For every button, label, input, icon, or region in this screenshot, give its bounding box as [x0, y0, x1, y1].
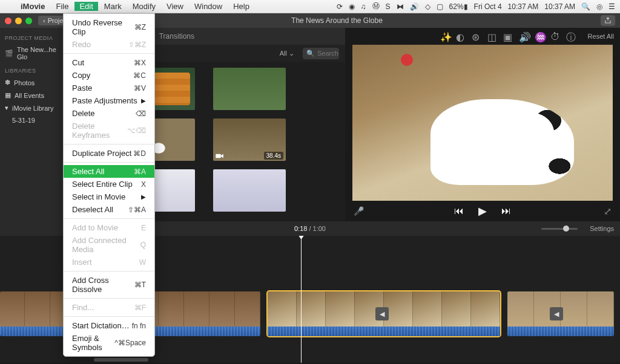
menu-file[interactable]: File — [51, 2, 73, 11]
menu-item-label: Add Cross Dissolve — [72, 276, 134, 294]
playhead[interactable] — [301, 236, 302, 363]
speed-icon[interactable]: ⏱ — [550, 31, 560, 41]
menu-edit[interactable]: Edit — [74, 2, 97, 11]
close-window-button[interactable] — [5, 18, 12, 24]
menu-item-label: Duplicate Project — [72, 149, 131, 158]
menu-item-find-: Find...⌘F — [64, 301, 154, 314]
next-button[interactable]: ⏭ — [501, 206, 511, 216]
status-icon[interactable]: ⟳ — [337, 2, 343, 11]
sidebar-item-event-date[interactable]: 5-31-19 — [0, 114, 63, 126]
spotlight-icon[interactable]: 🔍 — [581, 2, 590, 11]
share-icon — [604, 17, 612, 24]
wifi-icon[interactable]: ◇ — [425, 2, 430, 11]
volume-icon[interactable]: 🔊 — [519, 31, 529, 41]
search-input[interactable]: 🔍 Search — [303, 48, 339, 59]
chevron-down-icon: ⌄ — [289, 50, 294, 57]
color-wheel-icon[interactable]: ⊛ — [472, 31, 481, 41]
transition-icon[interactable]: ◀ — [375, 307, 389, 320]
timeline-clip[interactable]: ◀ — [507, 291, 614, 336]
status-icon[interactable]: ♫ — [361, 2, 366, 11]
menu-item-select-in-movie[interactable]: Select in Movie▶ — [64, 190, 154, 203]
menu-help[interactable]: Help — [228, 2, 254, 11]
menu-shortcut: ⌘C — [133, 71, 146, 80]
prev-button[interactable]: ⏮ — [454, 206, 464, 216]
zoom-slider[interactable] — [541, 228, 578, 230]
status-icon[interactable]: ◉ — [349, 2, 355, 11]
play-button[interactable]: ▶ — [478, 204, 487, 218]
date[interactable]: Fri Oct 4 — [474, 2, 502, 11]
battery-status[interactable]: 62% ▮ — [449, 2, 468, 11]
menu-item-copy[interactable]: Copy⌘C — [64, 69, 154, 82]
menu-item-select-all[interactable]: Select All⌘A — [64, 165, 154, 178]
menu-item-cut[interactable]: Cut⌘X — [64, 56, 154, 69]
menu-shortcut: W — [139, 258, 146, 267]
share-button[interactable] — [601, 15, 615, 26]
menu-item-emoji-symbols[interactable]: Emoji & Symbols^⌘Space — [64, 332, 154, 354]
menu-item-delete[interactable]: Delete⌫ — [64, 107, 154, 120]
menu-item-select-entire-clip[interactable]: Select Entire ClipX — [64, 178, 154, 190]
time-alt[interactable]: 10:37 AM — [544, 2, 575, 11]
menu-item-label: Add Connected Media — [72, 236, 140, 254]
content-filter-dropdown[interactable]: All ⌄ — [276, 48, 298, 59]
color-balance-icon[interactable]: ◐ — [456, 31, 466, 41]
sidebar-item-label: The New...he Glo — [17, 46, 58, 60]
menu-item-start-dictation-[interactable]: Start Dictation…fn fn — [64, 319, 154, 332]
airplay-icon[interactable]: ▢ — [437, 2, 443, 11]
stabilize-icon[interactable]: ▣ — [503, 31, 513, 41]
status-icon[interactable]: Ⓜ — [372, 1, 380, 11]
sidebar-item-imovie-library[interactable]: ▾ iMovie Library — [0, 102, 63, 114]
minimize-window-button[interactable] — [15, 18, 22, 24]
transition-icon[interactable]: ◀ — [550, 307, 563, 320]
tab-transitions[interactable]: Transitions — [156, 30, 198, 43]
menu-item-paste[interactable]: Paste⌘V — [64, 82, 154, 94]
edit-menu-dropdown: Undo Reverse Clip⌘ZRedo⇧⌘ZCut⌘XCopy⌘CPas… — [63, 13, 155, 357]
sidebar-item-all-events[interactable]: ▦ All Events — [0, 89, 63, 102]
menu-shortcut: ⌘A — [134, 167, 146, 176]
media-thumbnail[interactable]: 38.4s — [213, 119, 286, 161]
preview-viewport[interactable] — [352, 45, 613, 201]
filter-all-label: All — [280, 50, 287, 57]
menu-mark[interactable]: Mark — [99, 2, 127, 11]
sidebar-item-photos[interactable]: ✽ Photos — [0, 76, 63, 89]
app-name[interactable]: iMovie — [16, 2, 50, 11]
menu-item-duplicate-project[interactable]: Duplicate Project⌘D — [64, 147, 154, 160]
sidebar-item-label: iMovie Library — [12, 105, 53, 112]
timeline-settings-button[interactable]: Settings — [590, 225, 614, 232]
menu-item-paste-adjustments[interactable]: Paste Adjustments▶ — [64, 94, 154, 107]
menu-shortcut: X — [141, 180, 146, 189]
menu-item-add-cross-dissolve[interactable]: Add Cross Dissolve⌘T — [64, 274, 154, 296]
crop-icon[interactable]: ◫ — [487, 31, 497, 41]
fullscreen-window-button[interactable] — [25, 18, 32, 24]
clip-duration: 38.4s — [264, 152, 283, 160]
media-thumbnail[interactable] — [213, 68, 286, 110]
menu-item-label: Delete — [72, 109, 95, 118]
notification-center-icon[interactable]: ☰ — [608, 2, 615, 11]
reset-all-button[interactable]: Reset All — [588, 33, 614, 40]
menu-view[interactable]: View — [162, 2, 188, 11]
menu-shortcut: ⌘T — [134, 281, 146, 289]
fullscreen-icon[interactable]: ⤢ — [604, 206, 612, 217]
time[interactable]: 10:37 AM — [508, 2, 539, 11]
siri-icon[interactable]: ◎ — [596, 2, 602, 11]
audio-waveform — [507, 327, 614, 336]
status-icon[interactable]: S — [386, 2, 391, 11]
menu-item-label: Undo Reverse Clip — [72, 18, 134, 36]
noise-icon[interactable]: ♒ — [535, 31, 544, 41]
menu-item-undo-reverse-clip[interactable]: Undo Reverse Clip⌘Z — [64, 16, 154, 38]
menu-modify[interactable]: Modify — [128, 2, 160, 11]
menu-window[interactable]: Window — [190, 2, 227, 11]
sidebar-item-project[interactable]: 🎬 The New...he Glo — [0, 44, 63, 63]
microphone-icon[interactable]: 🎤 — [354, 206, 364, 216]
info-icon[interactable]: ⓘ — [566, 31, 576, 41]
menu-item-add-to-movie: Add to MovieE — [64, 221, 154, 234]
menu-item-deselect-all[interactable]: Deselect All⇧⌘A — [64, 203, 154, 216]
bluetooth-icon[interactable]: ⧓ — [397, 2, 404, 11]
menu-item-redo: Redo⇧⌘Z — [64, 38, 154, 51]
media-thumbnail[interactable] — [213, 169, 286, 212]
search-icon: 🔍 — [306, 50, 315, 57]
enhance-icon[interactable]: ✨ — [440, 31, 450, 41]
volume-icon[interactable]: 🔊 — [410, 2, 419, 11]
horizontal-scrollbar[interactable] — [94, 358, 148, 362]
preview-frame — [352, 45, 613, 201]
timeline-clip-selected[interactable]: ◀ — [268, 291, 500, 336]
